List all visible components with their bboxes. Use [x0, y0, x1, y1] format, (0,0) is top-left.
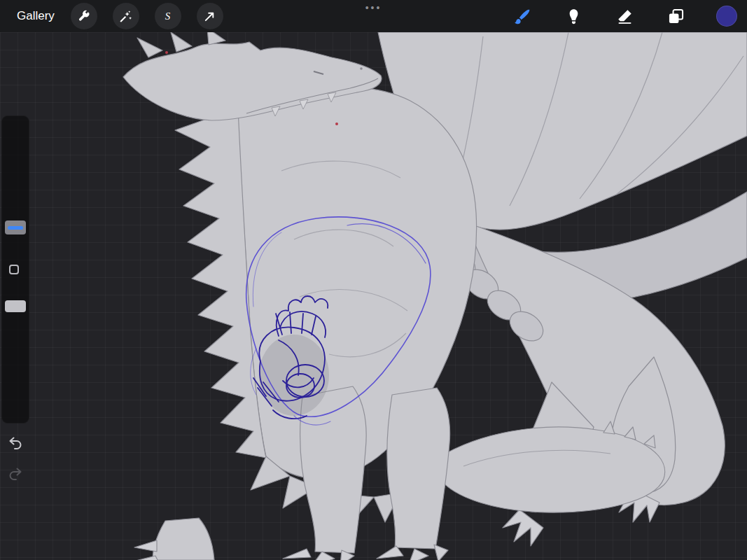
svg-text:S: S [165, 10, 171, 22]
redo-button[interactable] [7, 465, 24, 482]
undo-button[interactable] [7, 435, 24, 451]
magic-wand-icon [118, 9, 133, 24]
transform-arrow-icon [202, 9, 217, 24]
wrench-icon [76, 9, 91, 24]
paint-tools-group [512, 0, 747, 32]
paint-tool-button[interactable] [512, 6, 533, 27]
brush-sidebar[interactable] [1, 115, 29, 424]
layers-tool-button[interactable] [665, 6, 686, 27]
gallery-button[interactable]: Gallery [17, 9, 55, 23]
eraser-icon [615, 7, 634, 26]
dragon-artwork [0, 32, 747, 560]
canvas-overflow-dots[interactable]: ••• [365, 2, 382, 13]
brush-size-slider-handle[interactable] [5, 220, 26, 234]
adjustments-button[interactable] [113, 3, 139, 29]
brush-size-indicator [8, 226, 23, 230]
smudge-tool-button[interactable] [563, 6, 584, 27]
redo-icon [7, 465, 24, 482]
selection-s-icon: S [160, 9, 175, 24]
undo-icon [7, 435, 24, 451]
layers-icon [666, 7, 685, 26]
selection-button[interactable]: S [155, 3, 181, 29]
top-toolbar: Gallery S ••• [0, 0, 747, 32]
transform-button[interactable] [197, 3, 223, 29]
actions-button[interactable] [71, 3, 97, 29]
brush-icon [513, 7, 532, 26]
color-swatch-button[interactable] [716, 6, 737, 27]
erase-tool-button[interactable] [614, 6, 635, 27]
modify-button[interactable] [9, 265, 19, 274]
drawing-canvas[interactable] [0, 32, 747, 560]
opacity-slider-handle[interactable] [5, 300, 26, 312]
smudge-finger-icon [564, 7, 583, 26]
dragon-tail [433, 427, 664, 512]
